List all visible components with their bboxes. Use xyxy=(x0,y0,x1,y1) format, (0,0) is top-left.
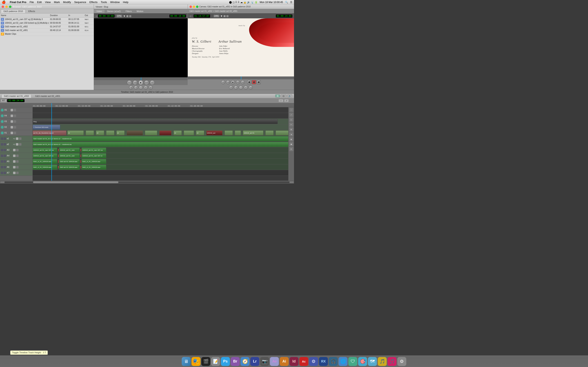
clip-a3-1[interactable]: 100416_act 01_cam 337.vw xyxy=(33,148,57,152)
tl-right-btn4[interactable]: ✂ xyxy=(289,122,294,127)
clip-a6-2[interactable]: G&S act 01 100416.wav xyxy=(59,165,80,170)
a3-mute[interactable] xyxy=(1,149,3,151)
clip-a2[interactable]: G&S master act 01_trk 1&2 stereo.v2 – ma… xyxy=(33,142,288,147)
clip-v1-ae[interactable]: act 01_Ae_flourishes export xyxy=(33,131,66,135)
go-to-out-button[interactable]: ▷| xyxy=(150,80,155,85)
track-v4[interactable] xyxy=(33,113,288,119)
timeline-timecode[interactable]: 01:00:24:04 xyxy=(7,99,25,102)
tab-filters[interactable]: Filters xyxy=(123,9,134,13)
clip-v1-3[interactable]: 10 xyxy=(96,131,104,135)
tab-effects[interactable]: Effects xyxy=(26,9,38,13)
tl-snapping-btn[interactable]: ◁▷ xyxy=(281,94,287,98)
track-a3[interactable]: 100416_act 01_cam 337.vw 100416_act 01_c… xyxy=(33,147,288,153)
track-v2[interactable]: + Overture 003.motn xyxy=(33,124,288,130)
menu-extra[interactable]: ☰ xyxy=(290,1,292,4)
col-out[interactable]: Out xyxy=(85,14,93,17)
canvas-zoom-dropdown[interactable]: ▼ xyxy=(220,15,223,17)
viewer-extra-btn1[interactable]: ◁| xyxy=(129,85,133,90)
clip-a1[interactable]: G&S master act 01_trk 1&2 stereo.v2 – ma… xyxy=(33,136,288,141)
canvas-min[interactable] xyxy=(193,6,195,8)
timeline-tab-0[interactable]: G&S master act 01_v002 xyxy=(2,94,31,98)
clip-v1-10[interactable] xyxy=(184,131,194,135)
timeline-scrollbar[interactable] xyxy=(0,181,294,184)
a1-solo[interactable] xyxy=(4,137,6,140)
clip-v1-15[interactable]: 100416_act 01 xyxy=(243,131,263,135)
clip-a3-2[interactable]: 100416_act 01_cam xyxy=(59,148,80,152)
track-a4[interactable]: 100416_act 01_cam 337.vn 100416_act 01_c… xyxy=(33,153,288,159)
menu-file[interactable]: File xyxy=(30,1,34,4)
clip-slug[interactable]: Slug xyxy=(33,119,278,124)
canvas-close[interactable] xyxy=(190,6,192,8)
track-v5[interactable] xyxy=(33,107,288,113)
clip-a4-2[interactable]: 100416_act 01_cam xyxy=(59,153,80,158)
canvas-aspect[interactable]: ⊟ xyxy=(226,15,228,17)
v4-auto[interactable] xyxy=(14,115,16,117)
canvas-btn-ff[interactable]: ▷▷ xyxy=(236,80,240,84)
menu-view[interactable]: View xyxy=(45,1,51,4)
clip-a6-3[interactable]: G&S_ct_01_100416.wav xyxy=(82,165,106,170)
clip-overture[interactable]: + Overture 003.motn xyxy=(33,125,60,130)
canvas-btn-prev[interactable]: |◁ xyxy=(221,80,225,84)
close-button[interactable] xyxy=(2,6,4,8)
fit-to-window[interactable]: ⊞ xyxy=(126,15,129,17)
clip-a4-3[interactable]: 100416_act 01_cam 337.vn xyxy=(82,153,106,158)
col-name[interactable]: Name xyxy=(1,14,50,17)
v5-lock[interactable] xyxy=(11,109,13,111)
clip-a5-3[interactable]: G&S_ct_01_100416.wav xyxy=(82,159,106,164)
clip-v1-8[interactable] xyxy=(159,131,172,135)
tl-right-btn7[interactable]: ◉ xyxy=(289,137,294,142)
tab-project[interactable]: G&S patience 2010 xyxy=(1,9,26,13)
tl-tool3[interactable] xyxy=(290,99,293,103)
tl-right-btn5[interactable]: ⊞ xyxy=(289,127,294,132)
a2-mute[interactable] xyxy=(1,143,3,146)
a1-auto[interactable] xyxy=(19,137,21,140)
go-to-in-button[interactable]: |◁ xyxy=(127,80,132,85)
clip-v1-6[interactable] xyxy=(127,131,143,135)
a1-lock[interactable] xyxy=(16,137,18,140)
tl-right-btn6[interactable]: ◈ xyxy=(289,132,294,137)
menu-mark[interactable]: Mark xyxy=(54,1,60,4)
track-v1[interactable]: act 01_Ae_flourishes export 10 10 10 xyxy=(33,130,288,136)
clip-v1-13[interactable] xyxy=(225,131,233,135)
tab-motion[interactable]: Motion xyxy=(134,9,146,13)
v3-eye[interactable] xyxy=(1,120,4,123)
canvas-timecode-in[interactable]: 01:14:57:07 xyxy=(194,15,210,17)
a4-auto[interactable] xyxy=(16,155,18,157)
a6-auto[interactable] xyxy=(16,166,18,168)
v1-eye[interactable] xyxy=(1,132,4,134)
browser-item-0[interactable]: M 100416_act 01_cam 337 vg [2]-Multiclip… xyxy=(0,17,94,21)
a4-mute[interactable] xyxy=(1,155,3,157)
track-a2[interactable]: G&S master act 01_trk 1&2 stereo.v2 – ma… xyxy=(33,142,288,147)
a5-auto[interactable] xyxy=(16,160,18,163)
canvas-extra-btn5[interactable]: ▷| xyxy=(249,85,253,90)
menu-edit[interactable]: Edit xyxy=(37,1,42,4)
menu-effects[interactable]: Effects xyxy=(89,1,98,4)
step-back-button[interactable]: ◁◁ xyxy=(133,80,138,85)
clip-v1-1[interactable]: 10 xyxy=(67,131,84,135)
a6-mute[interactable] xyxy=(1,166,3,168)
v1-lock[interactable] xyxy=(11,132,13,134)
viewer-timecode-out[interactable]: 00:00:10:00 xyxy=(169,15,186,17)
clip-v1-9[interactable]: 10 xyxy=(173,131,182,135)
maximize-button[interactable] xyxy=(9,6,11,8)
a5-lock[interactable] xyxy=(13,160,16,163)
a7-auto[interactable] xyxy=(16,172,18,174)
timeline-ruler[interactable]: 01:06:00:00 01:12:00:00 01:18:00:00 01:2… xyxy=(0,103,294,107)
canvas-mode-btn2[interactable]: ⬛ xyxy=(252,80,256,84)
play-button[interactable]: ▶ xyxy=(138,80,143,85)
canvas-btn-play[interactable]: ▶ xyxy=(231,80,235,84)
track-a6[interactable]: G&S_ct_01_100416.wav G&S act 01 100416.w… xyxy=(33,164,288,170)
a5-mute[interactable] xyxy=(1,160,3,163)
tl-right-btn2[interactable]: ⤢ xyxy=(289,113,294,117)
canvas-extra-btn3[interactable]: ○ xyxy=(239,85,243,90)
scroll-left[interactable] xyxy=(0,182,4,183)
v1-auto[interactable] xyxy=(14,132,16,134)
tl-right-btn9[interactable]: ⊡ xyxy=(289,147,294,151)
canvas-extra-btn4[interactable]: ▷ xyxy=(244,85,248,90)
tl-tool2[interactable]: ⤢ xyxy=(284,99,289,102)
zoom-dropdown[interactable]: ▼ xyxy=(123,15,126,17)
col-duration[interactable]: Duration xyxy=(50,14,68,17)
canvas-mode-btn1[interactable]: ⬛ xyxy=(247,80,251,84)
zoom-level[interactable]: 37% xyxy=(116,15,122,17)
clip-v1-12[interactable]: 100416_act xyxy=(206,131,223,135)
